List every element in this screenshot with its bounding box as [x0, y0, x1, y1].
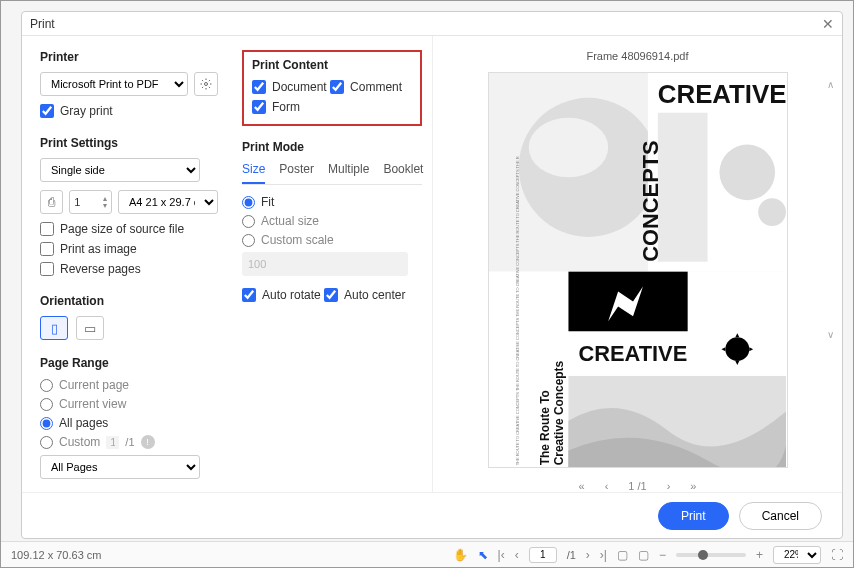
range-current-page[interactable]: Current page — [40, 378, 218, 392]
range-all-pages[interactable]: All pages — [40, 416, 218, 430]
scroll-up-icon[interactable]: ∧ — [822, 76, 838, 92]
svg-text:Creative Concepts: Creative Concepts — [551, 360, 565, 465]
copies-icon: ⎙ — [40, 190, 63, 214]
close-icon[interactable]: ✕ — [822, 16, 834, 32]
preview-panel: ∧ ∨ Frame 48096914.pdf CREATIVE CONCEPTS — [432, 36, 842, 492]
svg-rect-6 — [657, 113, 707, 262]
range-section-title: Page Range — [40, 356, 218, 370]
content-comment-checkbox[interactable]: Comment — [330, 80, 402, 94]
svg-text:CONCEPTS: CONCEPTS — [637, 140, 662, 261]
fullscreen-icon[interactable]: ⛶ — [831, 548, 843, 562]
first-page-icon[interactable]: |‹ — [498, 548, 505, 562]
prev-page-icon[interactable]: ‹ — [515, 548, 519, 562]
statusbar-page-total: /1 — [567, 549, 576, 561]
nav-next-icon[interactable]: › — [667, 480, 671, 492]
middle-column: Print Content Document Comment Form Prin… — [232, 36, 432, 492]
mode-actual[interactable]: Actual size — [242, 214, 422, 228]
dialog-title: Print — [30, 17, 55, 31]
page-filter-select[interactable]: All Pages — [40, 455, 200, 479]
orientation-landscape[interactable]: ▭ — [76, 316, 104, 340]
scroll-down-icon[interactable]: ∨ — [822, 326, 838, 342]
gray-print-checkbox[interactable]: Gray print — [40, 104, 113, 118]
sides-select[interactable]: Single side — [40, 158, 200, 182]
svg-text:The Route To: The Route To — [537, 390, 551, 465]
preview-page-nav: « ‹ 1 /1 › » — [579, 480, 697, 492]
next-page-icon[interactable]: › — [586, 548, 590, 562]
auto-center-checkbox[interactable]: Auto center — [324, 288, 405, 302]
select-tool-icon[interactable]: ⬉ — [478, 548, 488, 562]
nav-prev-icon[interactable]: ‹ — [605, 480, 609, 492]
orientation-section-title: Orientation — [40, 294, 218, 308]
auto-rotate-checkbox[interactable]: Auto rotate — [242, 288, 321, 302]
tab-multiple[interactable]: Multiple — [328, 162, 369, 184]
nav-last-icon[interactable]: » — [690, 480, 696, 492]
scale-input[interactable] — [242, 252, 408, 276]
dialog-footer: Print Cancel — [22, 492, 842, 538]
hand-tool-icon[interactable]: ✋ — [453, 548, 468, 562]
statusbar: 109.12 x 70.63 cm ✋ ⬉ |‹ ‹ /1 › ›| ▢ ▢ −… — [1, 541, 853, 567]
content-document-checkbox[interactable]: Document — [252, 80, 327, 94]
svg-point-13 — [725, 337, 749, 361]
printer-select[interactable]: Microsoft Print to PDF — [40, 72, 188, 96]
svg-point-8 — [758, 198, 786, 226]
range-custom-input[interactable] — [106, 436, 119, 449]
statusbar-page-input[interactable] — [529, 547, 557, 563]
content-section-title: Print Content — [252, 58, 412, 72]
zoom-select[interactable]: 22% — [773, 546, 821, 564]
range-current-view[interactable]: Current view — [40, 397, 218, 411]
cancel-button[interactable]: Cancel — [739, 502, 822, 530]
print-dialog: Print ✕ Printer Microsoft Print to PDF G… — [21, 11, 843, 539]
printer-settings-button[interactable] — [194, 72, 218, 96]
dialog-titlebar: Print ✕ — [22, 12, 842, 36]
content-form-checkbox[interactable]: Form — [252, 100, 300, 114]
print-content-box: Print Content Document Comment Form — [242, 50, 422, 126]
zoom-slider[interactable] — [676, 553, 746, 557]
reverse-pages-checkbox[interactable]: Reverse pages — [40, 262, 141, 276]
paper-size-select[interactable]: A4 21 x 29.7 cm — [118, 190, 218, 214]
source-file-checkbox[interactable]: Page size of source file — [40, 222, 184, 236]
zoom-in-icon[interactable]: + — [756, 548, 763, 562]
svg-point-3 — [528, 118, 607, 178]
mode-section-title: Print Mode — [242, 140, 422, 154]
warning-icon: ! — [141, 435, 155, 449]
tab-booklet[interactable]: Booklet — [383, 162, 423, 184]
zoom-out-icon[interactable]: − — [659, 548, 666, 562]
print-button[interactable]: Print — [658, 502, 729, 530]
nav-first-icon[interactable]: « — [579, 480, 585, 492]
printer-section-title: Printer — [40, 50, 218, 64]
mode-tabs: Size Poster Multiple Booklet — [242, 162, 422, 185]
mode-fit[interactable]: Fit — [242, 195, 422, 209]
mode-custom-scale[interactable]: Custom scale — [242, 233, 422, 247]
view-mode2-icon[interactable]: ▢ — [638, 548, 649, 562]
svg-text:THE ROUTE TO CREATIVE CONCEPTS: THE ROUTE TO CREATIVE CONCEPTS THE ROUTE… — [514, 156, 519, 465]
statusbar-dimensions: 109.12 x 70.63 cm — [11, 549, 102, 561]
nav-page: 1 /1 — [628, 480, 646, 492]
svg-text:CREATIVE: CREATIVE — [578, 341, 687, 366]
tab-poster[interactable]: Poster — [279, 162, 314, 184]
preview-artwork: CREATIVE CONCEPTS CREATIVE The Route To … — [489, 73, 787, 468]
svg-point-0 — [205, 83, 208, 86]
dialog-body: Printer Microsoft Print to PDF Gray prin… — [22, 36, 842, 492]
gear-icon — [200, 78, 212, 90]
print-as-image-checkbox[interactable]: Print as image — [40, 242, 137, 256]
settings-section-title: Print Settings — [40, 136, 218, 150]
copies-stepper[interactable]: 1▴▾ — [69, 190, 112, 214]
left-column: Printer Microsoft Print to PDF Gray prin… — [22, 36, 232, 492]
preview-filename: Frame 48096914.pdf — [586, 50, 688, 62]
svg-point-7 — [719, 145, 775, 201]
range-custom[interactable]: Custom /1 ! — [40, 435, 218, 449]
orientation-portrait[interactable]: ▯ — [40, 316, 68, 340]
preview-page: CREATIVE CONCEPTS CREATIVE The Route To … — [488, 72, 788, 468]
view-mode-icon[interactable]: ▢ — [617, 548, 628, 562]
svg-text:CREATIVE: CREATIVE — [657, 80, 786, 108]
last-page-icon[interactable]: ›| — [600, 548, 607, 562]
tab-size[interactable]: Size — [242, 162, 265, 184]
